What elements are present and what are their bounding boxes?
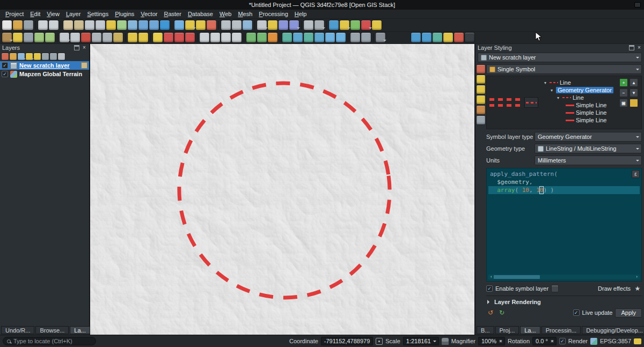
- scrollbar-handle[interactable]: [494, 275, 540, 279]
- open-layer-styling-icon[interactable]: [2, 53, 9, 60]
- units-combo[interactable]: Millimeters: [535, 156, 642, 165]
- processing-toolbox-icon[interactable]: [329, 20, 339, 30]
- customize-effects-icon[interactable]: ★: [633, 284, 642, 293]
- new-print-layout-icon[interactable]: [38, 20, 48, 30]
- plugin-yellow-icon[interactable]: [340, 20, 349, 30]
- filter-legend-icon[interactable]: [26, 53, 33, 60]
- zoom-to-selection-icon[interactable]: [117, 20, 127, 30]
- refresh-map-icon[interactable]: [160, 20, 170, 30]
- labels-icon[interactable]: [477, 75, 485, 84]
- statistical-summary-icon[interactable]: [243, 20, 252, 30]
- style-undo-icon[interactable]: ↺: [486, 308, 495, 317]
- plugin-red-icon[interactable]: [361, 20, 371, 30]
- plugin-gold-icon[interactable]: [372, 20, 382, 30]
- menu-edit[interactable]: Edit: [27, 10, 43, 18]
- layer-rendering-section[interactable]: Layer Rendering: [486, 296, 642, 307]
- manage-map-themes-icon[interactable]: [18, 53, 25, 60]
- pan-to-selection-icon[interactable]: [74, 20, 84, 30]
- temporal-controller-icon[interactable]: [304, 20, 313, 30]
- lock-scale-icon[interactable]: [442, 338, 449, 345]
- menu-layer[interactable]: Layer: [63, 10, 84, 18]
- move-label-icon[interactable]: [232, 33, 241, 42]
- dock-grid-icon[interactable]: [376, 33, 385, 42]
- zoom-in-icon[interactable]: [85, 20, 94, 30]
- undo-icon[interactable]: [128, 33, 137, 42]
- renderer-combo[interactable]: Single Symbol: [486, 64, 642, 74]
- geometry-type-combo[interactable]: LineString / MultiLineString: [535, 144, 642, 153]
- expander-icon[interactable]: ▾: [557, 95, 562, 100]
- pin-labels-icon[interactable]: [210, 33, 220, 42]
- move-symbol-layer-up-icon[interactable]: ▲: [630, 78, 638, 87]
- menu-settings[interactable]: Settings: [84, 10, 112, 18]
- plugin-green-icon[interactable]: [350, 20, 360, 30]
- open-field-calculator-icon[interactable]: [232, 20, 241, 30]
- remove-symbol-layer-icon[interactable]: −: [619, 88, 628, 97]
- 3d-view-icon[interactable]: [477, 106, 485, 114]
- expand-all-icon[interactable]: [42, 53, 49, 60]
- add-line-feature-icon[interactable]: [45, 33, 55, 42]
- add-delimited-text-layer-icon[interactable]: [314, 33, 324, 42]
- symbology-icon[interactable]: [477, 65, 485, 73]
- label-options-icon[interactable]: [200, 33, 209, 42]
- remove-layer-icon[interactable]: [58, 53, 65, 60]
- data-defined-override-icon[interactable]: [551, 285, 559, 292]
- highlight-pinned-labels-icon[interactable]: [221, 33, 231, 42]
- select-tool-blue-icon[interactable]: [411, 33, 421, 42]
- style-redo-icon[interactable]: ↻: [497, 308, 506, 317]
- redo-icon[interactable]: [138, 33, 148, 42]
- menu-plugins[interactable]: Plugins: [112, 10, 137, 18]
- menu-processing[interactable]: Processing: [255, 10, 291, 18]
- style-manager-icon[interactable]: [361, 33, 371, 42]
- geoprocessing-teal-icon[interactable]: [433, 33, 442, 42]
- editor-horizontal-scrollbar[interactable]: [488, 275, 640, 279]
- show-bookmarks-icon[interactable]: [289, 20, 299, 30]
- layer-selector-combo[interactable]: New scratch layer: [478, 53, 642, 62]
- extent-toggle-icon[interactable]: [376, 338, 383, 345]
- move-symbol-layer-down-icon[interactable]: ▼: [630, 88, 638, 97]
- window-menu-icon[interactable]: [634, 2, 641, 8]
- map-tips-icon[interactable]: [268, 20, 277, 30]
- expander-icon[interactable]: ▾: [544, 80, 550, 85]
- zoom-full-extent-icon[interactable]: [106, 20, 116, 30]
- duplicate-symbol-layer-icon[interactable]: ▣: [619, 99, 628, 107]
- tab-layer-styling[interactable]: La...: [520, 326, 540, 334]
- add-mesh-layer-icon[interactable]: [304, 33, 313, 42]
- close-panel-icon[interactable]: ×: [82, 45, 87, 50]
- rotation-spinbox[interactable]: 0.0 °: [532, 337, 557, 345]
- add-point-feature-icon[interactable]: [34, 33, 44, 42]
- new-bookmark-icon[interactable]: [279, 20, 288, 30]
- cut-features-icon[interactable]: [92, 33, 101, 42]
- undock-panel-icon[interactable]: [74, 45, 79, 50]
- new-geopackage-layer-icon[interactable]: [257, 33, 267, 42]
- toggle-editing-icon[interactable]: [13, 33, 23, 42]
- menu-database[interactable]: Database: [185, 10, 216, 18]
- current-edits-icon[interactable]: [2, 33, 12, 42]
- diagrams-icon[interactable]: [477, 95, 485, 104]
- expression-editor[interactable]: apply_dash_pattern( $geometry, array( 10…: [486, 168, 642, 282]
- paste-features-icon[interactable]: [113, 33, 123, 42]
- locate-search-input[interactable]: Type to locate (Ctrl+K): [3, 337, 96, 345]
- favorites-icon[interactable]: [443, 33, 453, 42]
- tab-processing[interactable]: Processin...: [541, 326, 581, 334]
- save-project-icon[interactable]: [24, 20, 33, 30]
- add-symbol-layer-icon[interactable]: +: [619, 78, 628, 87]
- new-shapefile-layer-icon[interactable]: [246, 33, 256, 42]
- render-checkbox[interactable]: ✓: [559, 338, 566, 344]
- measure-icon[interactable]: [257, 20, 267, 30]
- select-within-icon[interactable]: [422, 33, 431, 42]
- menu-help[interactable]: Help: [291, 10, 310, 18]
- new-map-view-icon[interactable]: [314, 20, 324, 30]
- symbol-layer-type-combo[interactable]: Geometry Generator: [535, 132, 642, 142]
- temporal-navigation-icon[interactable]: [153, 33, 163, 42]
- snapping-options-icon[interactable]: [185, 33, 195, 42]
- osm-place-search-icon[interactable]: [350, 33, 360, 42]
- menu-vector[interactable]: Vector: [137, 10, 160, 18]
- identify-features-icon[interactable]: [174, 20, 184, 30]
- tree-item-simple-line-2[interactable]: Simple Line: [544, 109, 619, 116]
- memory-layer-indicator-icon[interactable]: [81, 62, 87, 69]
- stream-digitizing-icon[interactable]: [174, 33, 184, 42]
- tab-debugging[interactable]: Debugging/Develop...: [582, 326, 644, 334]
- layer-visibility-checkbox[interactable]: ✓: [2, 71, 8, 77]
- delete-selected-icon[interactable]: [81, 33, 91, 42]
- zoom-to-layer-icon[interactable]: [128, 20, 137, 30]
